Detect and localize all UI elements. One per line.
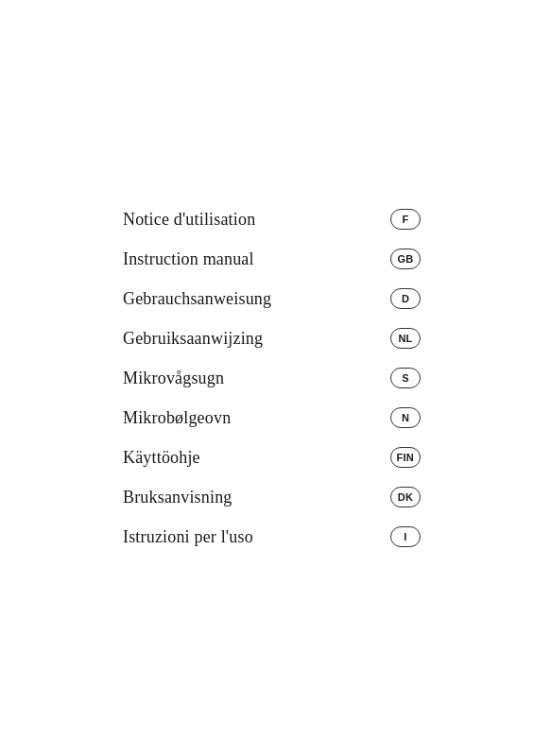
manual-label: Mikrobølgeovn — [123, 408, 231, 428]
manual-item: MikrobølgeovnN — [123, 398, 421, 438]
lang-badge: N — [390, 407, 421, 428]
manual-label: Bruksanvisning — [123, 488, 233, 507]
manual-label: Gebruiksaanwijzing — [123, 329, 263, 349]
lang-badge: FIN — [390, 447, 421, 468]
manual-label: Mikrovågsugn — [123, 369, 224, 388]
manual-item: KäyttöohjeFIN — [123, 438, 421, 477]
manual-item: GebrauchsanweisungD — [123, 279, 421, 318]
manual-label: Käyttöohje — [123, 448, 200, 468]
manual-list: Notice d'utilisationFInstruction manualG… — [123, 199, 421, 557]
manual-item: Istruzioni per l'usoI — [123, 517, 421, 557]
manual-label: Instruction manual — [123, 249, 254, 269]
manual-item: BruksanvisningDK — [123, 477, 421, 517]
manual-item: GebruiksaanwijzingNL — [123, 318, 421, 358]
manual-item: Instruction manualGB — [123, 239, 421, 279]
lang-badge: S — [390, 368, 421, 388]
lang-badge: GB — [390, 249, 421, 269]
manual-label: Notice d'utilisation — [123, 210, 255, 230]
lang-badge: I — [390, 526, 421, 547]
manual-item: Notice d'utilisationF — [123, 199, 421, 239]
manual-item: MikrovågsugnS — [123, 358, 421, 398]
page-container: Notice d'utilisationFInstruction manualG… — [0, 0, 534, 756]
manual-label: Istruzioni per l'uso — [123, 527, 253, 547]
lang-badge: F — [390, 209, 421, 230]
manual-label: Gebrauchsanweisung — [123, 289, 271, 309]
lang-badge: NL — [390, 328, 421, 349]
lang-badge: D — [390, 288, 421, 309]
lang-badge: DK — [390, 487, 421, 507]
